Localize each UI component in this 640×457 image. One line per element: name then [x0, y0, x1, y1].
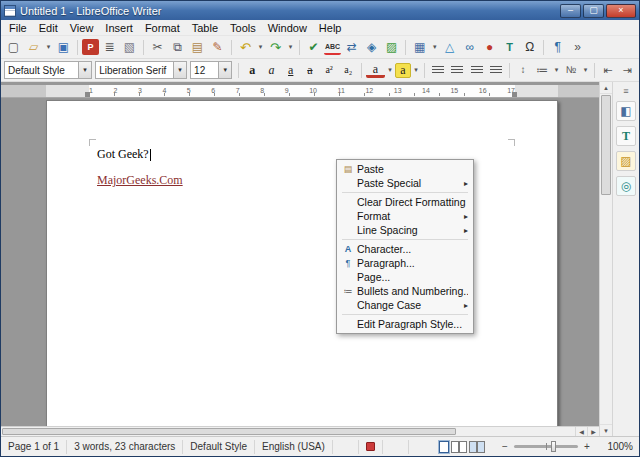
- context-menu-item-bullets-numbering[interactable]: ≔ Bullets and Numbering...: [337, 284, 473, 298]
- context-menu-item-line-spacing[interactable]: Line Spacing ▸: [337, 223, 473, 237]
- toolbar-overflow-icon[interactable]: »: [568, 38, 587, 57]
- special-character-icon[interactable]: Ω: [520, 38, 539, 57]
- clone-formatting-icon[interactable]: ✎: [208, 38, 227, 57]
- context-menu-item-page[interactable]: Page...: [337, 270, 473, 284]
- hscroll-thumb[interactable]: [2, 428, 456, 435]
- copy-icon[interactable]: ⧉: [168, 38, 187, 57]
- hscroll-track[interactable]: [456, 427, 575, 436]
- underline-icon[interactable]: a: [282, 61, 300, 80]
- font-name-caret-icon[interactable]: ▾: [173, 62, 186, 78]
- paragraph-style-caret-icon[interactable]: ▾: [78, 62, 91, 78]
- digital-signature-status[interactable]: [383, 440, 409, 454]
- increase-indent-icon[interactable]: ⇥: [618, 61, 636, 80]
- close-button[interactable]: ×: [606, 4, 636, 18]
- draw-functions-icon[interactable]: △: [440, 38, 459, 57]
- book-view-icon[interactable]: [469, 441, 485, 453]
- left-indent-marker[interactable]: [85, 92, 90, 97]
- context-menu-item-change-case[interactable]: Change Case ▸: [337, 298, 473, 312]
- scroll-right-icon[interactable]: ▶: [587, 427, 599, 436]
- formatting-marks-icon[interactable]: ¶: [548, 38, 567, 57]
- print-icon[interactable]: ≣: [100, 38, 119, 57]
- font-color-caret-icon[interactable]: ▾: [386, 66, 395, 74]
- document-text-line-2[interactable]: MajorGeeks.Com: [97, 173, 183, 188]
- word-count-status[interactable]: 3 words, 23 characters: [67, 440, 183, 454]
- gallery-icon[interactable]: ▨: [382, 38, 401, 57]
- insert-table-icon[interactable]: ▦: [410, 38, 429, 57]
- paste-icon[interactable]: ▤: [188, 38, 207, 57]
- table-dropdown-caret[interactable]: ▾: [430, 43, 439, 51]
- highlighting-caret-icon[interactable]: ▾: [412, 66, 421, 74]
- export-pdf-icon[interactable]: P: [82, 39, 99, 55]
- right-indent-marker[interactable]: [512, 92, 517, 97]
- bold-icon[interactable]: a: [243, 61, 261, 80]
- sidebar-properties-icon[interactable]: ◧: [616, 101, 636, 121]
- page-number-status[interactable]: Page 1 of 1: [1, 440, 67, 454]
- menu-edit[interactable]: Edit: [33, 21, 64, 35]
- subscript-icon[interactable]: a₂: [339, 61, 357, 80]
- text-box-icon[interactable]: T: [500, 38, 519, 57]
- numbered-list-caret-icon[interactable]: ▾: [581, 66, 590, 74]
- horizontal-ruler[interactable]: 1 2 3 4 5 6 7 8 9 10 11 12 13 14 15 16 1…: [1, 85, 599, 98]
- context-menu-item-clear-formatting[interactable]: Clear Direct Formatting: [337, 195, 473, 209]
- context-menu-item-format[interactable]: Format ▸: [337, 209, 473, 223]
- sidebar-gallery-icon[interactable]: ▨: [616, 151, 636, 171]
- context-menu-item-character[interactable]: A Character...: [337, 242, 473, 256]
- majorgeeks-hyperlink[interactable]: MajorGeeks.Com: [97, 173, 183, 187]
- page-style-status[interactable]: Default Style: [183, 440, 255, 454]
- vscroll-thumb[interactable]: [601, 95, 611, 195]
- open-icon[interactable]: ▱: [24, 38, 43, 57]
- sidebar-navigator-icon[interactable]: ◎: [616, 176, 636, 196]
- justify-icon[interactable]: [487, 61, 505, 80]
- zoom-slider-thumb[interactable]: [551, 441, 556, 452]
- scroll-down-icon[interactable]: ▼: [600, 424, 612, 436]
- font-color-icon[interactable]: a: [366, 62, 384, 78]
- context-menu-item-paste-special[interactable]: Paste Special ▸: [337, 176, 473, 190]
- context-menu-item-paste[interactable]: ▤ Paste: [337, 162, 473, 176]
- redo-dropdown-caret[interactable]: ▾: [286, 43, 295, 51]
- multi-page-view-icon[interactable]: [451, 441, 467, 453]
- find-replace-icon[interactable]: ⇄: [342, 38, 361, 57]
- document-viewport[interactable]: 1 2 3 4 5 6 7 8 9 10 11 12 13 14 15 16 1…: [1, 82, 599, 436]
- italic-icon[interactable]: a: [262, 61, 280, 80]
- redo-icon[interactable]: ↷: [266, 38, 285, 57]
- single-page-view-icon[interactable]: [439, 441, 449, 453]
- context-menu-item-edit-paragraph-style[interactable]: Edit Paragraph Style...: [337, 317, 473, 331]
- sidebar-settings-icon[interactable]: ≡: [616, 85, 636, 96]
- zoom-out-icon[interactable]: −: [500, 441, 510, 452]
- horizontal-scrollbar[interactable]: ◀ ▶: [1, 426, 599, 436]
- align-center-icon[interactable]: [448, 61, 466, 80]
- save-icon[interactable]: ▣: [54, 38, 73, 57]
- context-menu-item-paragraph[interactable]: ¶ Paragraph...: [337, 256, 473, 270]
- strikethrough-icon[interactable]: a: [301, 61, 319, 80]
- title-bar[interactable]: Untitled 1 - LibreOffice Writer – ▢ ×: [1, 1, 639, 20]
- undo-icon[interactable]: ↶: [236, 38, 255, 57]
- spelling-icon[interactable]: ✔: [304, 38, 323, 57]
- decrease-indent-icon[interactable]: ⇤: [599, 61, 617, 80]
- bullet-list-caret-icon[interactable]: ▾: [552, 66, 561, 74]
- menu-file[interactable]: File: [3, 21, 33, 35]
- align-left-icon[interactable]: [429, 61, 447, 80]
- sidebar-styles-icon[interactable]: T: [616, 126, 636, 146]
- maximize-button[interactable]: ▢: [583, 4, 604, 18]
- zoom-in-icon[interactable]: +: [582, 441, 592, 452]
- scroll-left-icon[interactable]: ◀: [575, 427, 587, 436]
- font-size-caret-icon[interactable]: ▾: [218, 62, 231, 78]
- hyperlink-icon[interactable]: ∞: [460, 38, 479, 57]
- align-right-icon[interactable]: [468, 61, 486, 80]
- new-dropdown-caret[interactable]: ▾: [44, 43, 53, 51]
- undo-dropdown-caret[interactable]: ▾: [256, 43, 265, 51]
- insert-mode-status[interactable]: [333, 440, 359, 454]
- document-page[interactable]: Got Geek? MajorGeeks.Com: [46, 100, 558, 436]
- line-spacing-icon[interactable]: ↕: [514, 61, 532, 80]
- menu-format[interactable]: Format: [139, 21, 186, 35]
- document-text-line-1[interactable]: Got Geek?: [97, 147, 151, 162]
- highlighting-icon[interactable]: a: [395, 63, 410, 78]
- cut-icon[interactable]: ✂: [148, 38, 167, 57]
- paragraph-style-combo[interactable]: Default Style ▾: [4, 61, 92, 79]
- bullet-list-icon[interactable]: ≔: [533, 61, 551, 80]
- menu-help[interactable]: Help: [313, 21, 348, 35]
- new-document-icon[interactable]: ▢: [4, 38, 23, 57]
- vertical-scrollbar[interactable]: ▲ ▼: [599, 82, 612, 436]
- scroll-up-icon[interactable]: ▲: [600, 82, 612, 94]
- print-preview-icon[interactable]: ▧: [120, 38, 139, 57]
